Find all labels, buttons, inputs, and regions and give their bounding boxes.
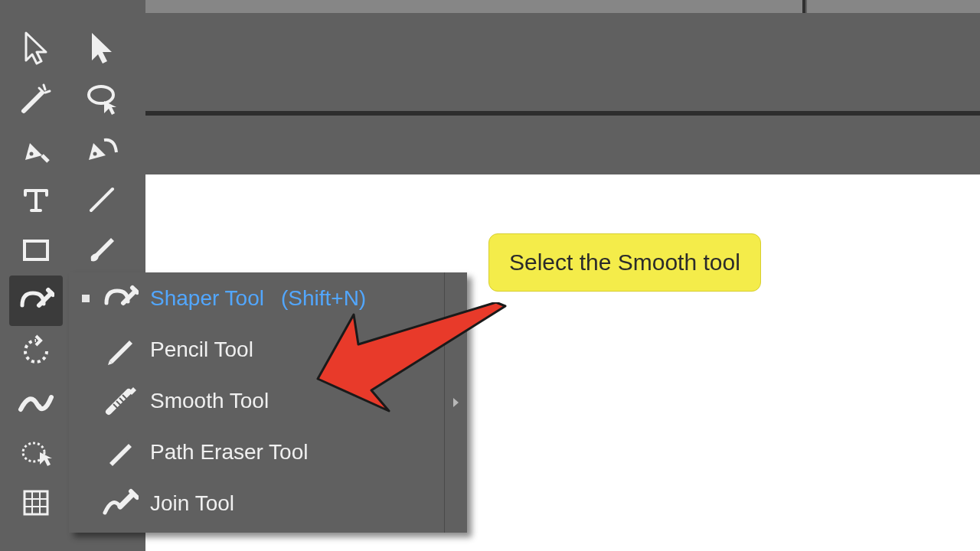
tab-strip bbox=[145, 0, 805, 13]
line-tool[interactable] bbox=[75, 174, 129, 225]
shaper-tool[interactable] bbox=[9, 276, 63, 326]
pen-tool[interactable] bbox=[9, 124, 63, 174]
svg-point-2 bbox=[37, 404, 41, 409]
active-marker-icon bbox=[77, 289, 95, 308]
flyout-item-label: Pencil Tool bbox=[150, 337, 253, 362]
flyout-item-label: Join Tool bbox=[150, 491, 234, 516]
instruction-callout: Select the Smooth tool bbox=[488, 233, 761, 292]
callout-text: Select the Smooth tool bbox=[509, 249, 740, 275]
smooth-icon bbox=[100, 380, 141, 422]
control-bar bbox=[145, 0, 980, 112]
pencil-icon bbox=[100, 329, 141, 370]
svg-point-5 bbox=[89, 86, 113, 103]
width-tool[interactable] bbox=[9, 377, 63, 427]
rotate-tool[interactable] bbox=[9, 326, 63, 377]
flyout-item-join[interactable]: Join Tool bbox=[69, 478, 444, 529]
svg-rect-4 bbox=[24, 491, 47, 514]
mesh-tool[interactable] bbox=[9, 478, 63, 528]
flyout-item-path-eraser[interactable]: Path Eraser Tool bbox=[69, 426, 444, 478]
curvature-tool[interactable] bbox=[75, 124, 129, 174]
type-tool[interactable] bbox=[9, 174, 63, 225]
free-transform-tool[interactable] bbox=[9, 427, 63, 478]
options-bar bbox=[145, 116, 980, 174]
direct-selection-tool[interactable] bbox=[75, 23, 129, 73]
pointer-arrow-icon bbox=[314, 302, 513, 417]
svg-point-0 bbox=[30, 152, 34, 156]
svg-rect-1 bbox=[24, 241, 47, 259]
svg-point-6 bbox=[93, 152, 97, 156]
flyout-item-label: Smooth Tool bbox=[150, 389, 269, 413]
lasso-tool[interactable] bbox=[75, 73, 129, 124]
paintbrush-tool[interactable] bbox=[75, 225, 129, 276]
shaper-icon bbox=[100, 278, 141, 319]
tab-strip-right bbox=[807, 0, 980, 13]
path-eraser-icon bbox=[100, 432, 141, 473]
magic-wand-tool[interactable] bbox=[9, 73, 63, 124]
rectangle-tool[interactable] bbox=[9, 225, 63, 276]
flyout-item-label: Path Eraser Tool bbox=[150, 440, 309, 465]
flyout-item-label: Shaper Tool bbox=[150, 286, 264, 311]
selection-tool[interactable] bbox=[9, 23, 63, 73]
join-icon bbox=[100, 483, 141, 524]
